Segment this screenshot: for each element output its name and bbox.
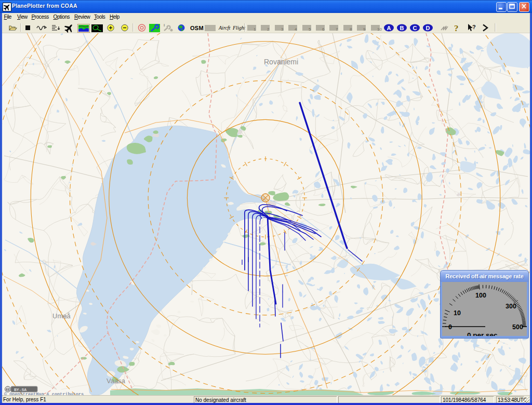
svg-text:0: 0 [448, 323, 452, 331]
svg-text:10: 10 [377, 27, 382, 32]
svg-text:4: 4 [295, 27, 297, 32]
svg-text:Vaasa: Vaasa [107, 377, 126, 385]
svg-text:?: ? [454, 23, 459, 33]
svg-text:10: 10 [454, 309, 461, 317]
svg-text:Flight: Flight [232, 25, 246, 31]
svg-text:100: 100 [475, 292, 486, 299]
svg-text:0 per sec: 0 per sec [467, 331, 498, 336]
svg-text:6: 6 [322, 27, 325, 32]
svg-text:i: i [164, 23, 165, 28]
svg-text:cc: cc [6, 387, 10, 391]
svg-text:2: 2 [267, 27, 270, 32]
svg-text:B: B [400, 25, 404, 31]
svg-text:Rovaniemi: Rovaniemi [264, 58, 298, 66]
svg-text:3: 3 [281, 27, 284, 32]
svg-text:OSM: OSM [190, 25, 204, 31]
svg-text:?: ? [472, 24, 476, 30]
svg-text:Aircft: Aircft [218, 25, 231, 31]
svg-text:8: 8 [350, 27, 352, 32]
svg-text:1: 1 [254, 27, 256, 32]
svg-text:C: C [413, 25, 417, 31]
svg-text:A: A [387, 25, 391, 31]
svg-text:D: D [426, 25, 430, 31]
svg-text:7: 7 [336, 27, 338, 32]
svg-text:5: 5 [309, 27, 311, 32]
svg-text:Umeå: Umeå [52, 312, 71, 320]
svg-text:500: 500 [512, 323, 523, 331]
svg-text:9: 9 [363, 27, 366, 32]
svg-text:300: 300 [506, 303, 516, 310]
